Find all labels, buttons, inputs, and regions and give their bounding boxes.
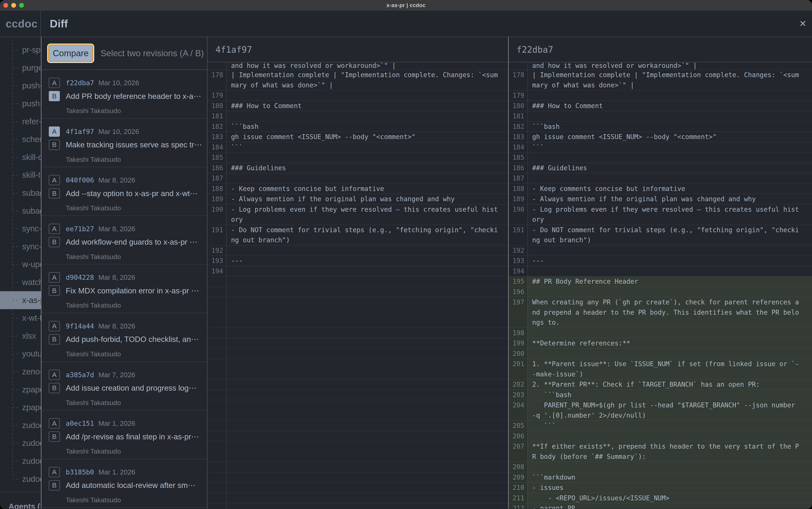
tree-guide-connector — [12, 104, 20, 104]
diff-line-number: 204 — [509, 400, 528, 420]
revision-item[interactable]: A B ee71b27 Mar 8, 2026 Add workflow-end… — [41, 216, 207, 265]
revision-a-badge[interactable]: A — [49, 127, 60, 137]
main-area: pr-spl purge- push-f push-s refer- schem… — [0, 37, 812, 509]
sidebar-file-item[interactable]: subage — [0, 184, 41, 202]
sidebar-file-item[interactable]: push-f — [0, 77, 41, 95]
sidebar-file-item[interactable]: sync- — [0, 238, 41, 256]
diff-row: 186 ### Guidelines — [509, 163, 812, 173]
minimize-window-button[interactable] — [11, 3, 16, 8]
revision-item[interactable]: A B 040f006 Mar 8, 2026 Add --stay optio… — [41, 167, 207, 216]
diff-line-number: 179 — [208, 90, 227, 101]
app-header: ccdoc Diff ✕ — [0, 11, 812, 37]
revision-a-badge[interactable]: A — [49, 78, 60, 88]
sidebar-file-item[interactable]: youtub — [0, 345, 41, 363]
revision-item[interactable]: A B d904228 Mar 8, 2026 Fix MDX compilat… — [41, 264, 207, 313]
revision-a-badge[interactable]: A — [49, 418, 60, 429]
sidebar-file-item[interactable]: refer- — [0, 112, 41, 130]
diff-line-content — [227, 472, 508, 482]
diff-line-content: ``` — [528, 420, 812, 431]
diff-left-body[interactable]: and how it was resolved or workaround>`"… — [208, 62, 508, 509]
agents-section-label: Agents (1 — [0, 502, 41, 509]
sidebar-file-item[interactable]: zudoc — [0, 434, 41, 452]
sidebar-file-item[interactable]: zpaper — [0, 380, 41, 399]
sidebar-file-item[interactable]: purge- — [0, 59, 41, 77]
diff-line-content: - parent PR — [528, 503, 812, 509]
tree-guide-connector — [12, 86, 20, 86]
compare-button[interactable]: Compare — [48, 44, 93, 62]
revision-b-badge[interactable]: B — [49, 237, 60, 247]
diff-row: 183 gh issue comment <ISSUE_NUM> --body … — [509, 132, 812, 142]
diff-line-content: - Keep comments concise but informative — [528, 184, 812, 194]
sidebar-file-item[interactable]: x-as-pr — [0, 291, 41, 309]
sidebar-file-label: x-as-pr — [0, 296, 41, 305]
revision-b-badge[interactable]: B — [49, 91, 60, 101]
diff-row — [208, 431, 508, 442]
sidebar-file-item[interactable]: subage — [0, 202, 41, 220]
diff-line-content — [227, 503, 508, 509]
revision-item[interactable]: A B f22dba7 Mar 10, 2026 Add PR body ref… — [41, 70, 207, 118]
close-window-button[interactable] — [3, 3, 8, 8]
sidebar-file-item[interactable]: zpaper — [0, 399, 41, 416]
revision-item[interactable]: A B 9f14a44 Mar 8, 2026 Add push-forbid,… — [41, 313, 207, 362]
sidebar-file-item[interactable]: w-upd — [0, 256, 41, 273]
revision-item[interactable]: A B b3185b0 Mar 1, 2026 Add automatic lo… — [41, 459, 207, 508]
sidebar-file-item[interactable]: skill-c — [0, 148, 41, 166]
revision-b-badge[interactable]: B — [49, 432, 60, 442]
sidebar-file-item[interactable]: zudoc — [0, 470, 41, 488]
revision-a-badge[interactable]: A — [49, 224, 60, 234]
sidebar-file-item[interactable]: xlsx — [0, 327, 41, 345]
diff-line-number: 178 — [509, 70, 528, 90]
diff-line-number: 184 — [509, 142, 528, 152]
diff-line-content — [528, 328, 812, 338]
sidebar-file-item[interactable]: schem — [0, 130, 41, 148]
revision-a-badge[interactable]: A — [49, 321, 60, 331]
diff-line-number — [208, 297, 227, 328]
revision-b-badge[interactable]: B — [49, 480, 60, 490]
revision-item[interactable]: A B a0ec151 Mar 1, 2026 Add /pr-revise a… — [41, 410, 207, 459]
diff-line-content — [227, 420, 508, 431]
diff-line-number: 189 — [509, 194, 528, 204]
diff-row: and how it was resolved or workaround>`"… — [208, 62, 508, 70]
revision-b-badge[interactable]: B — [49, 140, 60, 150]
sidebar-file-item[interactable]: sync- — [0, 220, 41, 238]
diff-line-number — [509, 62, 528, 70]
diff-line-number: 191 — [509, 225, 528, 245]
sidebar-file-item[interactable]: zudoc — [0, 416, 41, 434]
diff-line-number: 181 — [208, 111, 227, 121]
revision-list: A B f22dba7 Mar 10, 2026 Add PR body ref… — [41, 70, 207, 509]
diff-line-content: - Keep comments concise but informative — [227, 184, 508, 194]
revision-item[interactable]: A B a385a7d Mar 7, 2026 Add issue creati… — [41, 362, 207, 411]
file-tree-sidebar: pr-spl purge- push-f push-s refer- schem… — [0, 37, 41, 509]
revision-a-badge[interactable]: A — [49, 467, 60, 477]
diff-line-content: and how it was resolved or workaround>`"… — [227, 62, 508, 70]
revision-meta: a385a7d Mar 7, 2026 — [66, 370, 135, 380]
sidebar-file-label: zudoc — [0, 420, 41, 430]
diff-right-body[interactable]: and how it was resolved or workaround>`"… — [509, 62, 812, 509]
diff-overlay: Compare Select two revisions (A / B) A B… — [41, 37, 812, 509]
sidebar-file-item[interactable]: zudoc — [0, 452, 41, 470]
revision-a-badge[interactable]: A — [49, 175, 60, 185]
sidebar-file-item[interactable]: pr-spl — [0, 41, 41, 59]
diff-line-number: 192 — [509, 245, 528, 256]
diff-line-number: 179 — [509, 90, 528, 101]
tree-guide-connector — [12, 425, 20, 426]
diff-line-content — [227, 390, 508, 400]
tree-guide-connector — [12, 211, 20, 211]
revision-b-badge[interactable]: B — [49, 334, 60, 344]
sidebar-agents-section[interactable]: Agents (1 — [0, 492, 41, 509]
sidebar-file-item[interactable]: watch — [0, 273, 41, 292]
sidebar-file-item[interactable]: push-s — [0, 95, 41, 113]
zoom-window-button[interactable] — [19, 3, 24, 8]
close-icon[interactable]: ✕ — [799, 19, 807, 28]
sidebar-file-label: skill-c — [0, 152, 41, 162]
revision-a-badge[interactable]: A — [49, 272, 60, 282]
revision-a-badge[interactable]: A — [49, 370, 60, 380]
sidebar-file-item[interactable]: skill-t — [0, 166, 41, 184]
revision-b-badge[interactable]: B — [49, 285, 60, 296]
app-logo[interactable]: ccdoc — [6, 18, 37, 30]
revision-b-badge[interactable]: B — [49, 383, 60, 393]
revision-b-badge[interactable]: B — [49, 188, 60, 199]
sidebar-file-item[interactable]: zeno- — [0, 363, 41, 381]
revision-item[interactable]: A B 4f1af97 Mar 10, 2026 Make tracking i… — [41, 118, 207, 167]
sidebar-file-item[interactable]: x-wt-t — [0, 309, 41, 327]
